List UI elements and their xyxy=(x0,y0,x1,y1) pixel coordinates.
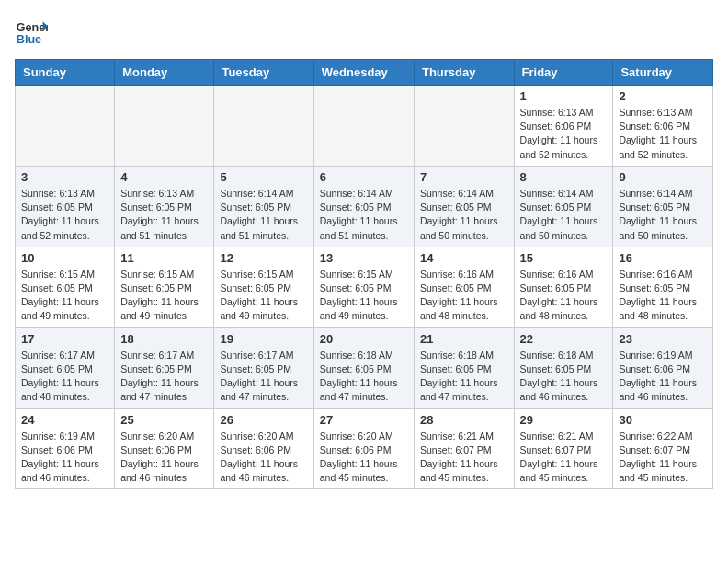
day-info: Sunrise: 6:16 AMSunset: 6:05 PMDaylight:… xyxy=(520,268,608,324)
calendar-cell: 18 Sunrise: 6:17 AMSunset: 6:05 PMDaylig… xyxy=(115,327,214,408)
page-header: General Blue xyxy=(15,15,713,48)
day-number: 14 xyxy=(420,251,508,265)
calendar-table: SundayMondayTuesdayWednesdayThursdayFrid… xyxy=(15,59,713,489)
day-info: Sunrise: 6:18 AMSunset: 6:05 PMDaylight:… xyxy=(420,349,508,405)
day-info: Sunrise: 6:20 AMSunset: 6:06 PMDaylight:… xyxy=(320,430,408,486)
col-header-saturday: Saturday xyxy=(613,60,713,86)
calendar-cell: 8 Sunrise: 6:14 AMSunset: 6:05 PMDayligh… xyxy=(514,166,613,247)
calendar-cell: 19 Sunrise: 6:17 AMSunset: 6:05 PMDaylig… xyxy=(214,327,313,408)
day-info: Sunrise: 6:16 AMSunset: 6:05 PMDaylight:… xyxy=(619,268,707,324)
day-number: 16 xyxy=(619,251,707,265)
day-info: Sunrise: 6:18 AMSunset: 6:05 PMDaylight:… xyxy=(320,349,408,405)
calendar-cell xyxy=(115,86,214,167)
svg-text:Blue: Blue xyxy=(17,33,41,46)
calendar-cell xyxy=(313,86,414,167)
logo: General Blue xyxy=(15,15,48,48)
day-info: Sunrise: 6:15 AMSunset: 6:05 PMDaylight:… xyxy=(21,268,108,324)
day-number: 9 xyxy=(619,170,707,184)
day-number: 27 xyxy=(320,413,408,427)
day-number: 17 xyxy=(21,332,108,346)
calendar-cell: 1 Sunrise: 6:13 AMSunset: 6:06 PMDayligh… xyxy=(514,86,613,167)
day-info: Sunrise: 6:15 AMSunset: 6:05 PMDaylight:… xyxy=(320,268,408,324)
calendar-cell: 11 Sunrise: 6:15 AMSunset: 6:05 PMDaylig… xyxy=(115,247,214,327)
day-number: 26 xyxy=(220,413,307,427)
calendar-cell: 4 Sunrise: 6:13 AMSunset: 6:05 PMDayligh… xyxy=(115,166,214,247)
day-info: Sunrise: 6:13 AMSunset: 6:05 PMDaylight:… xyxy=(21,187,108,243)
day-number: 13 xyxy=(320,251,408,265)
col-header-friday: Friday xyxy=(514,60,613,86)
day-number: 11 xyxy=(120,251,208,265)
logo-icon: General Blue xyxy=(15,15,48,48)
calendar-cell: 10 Sunrise: 6:15 AMSunset: 6:05 PMDaylig… xyxy=(16,247,115,327)
day-number: 30 xyxy=(619,413,707,427)
day-number: 10 xyxy=(21,251,108,265)
calendar-cell: 28 Sunrise: 6:21 AMSunset: 6:07 PMDaylig… xyxy=(414,408,514,489)
day-number: 21 xyxy=(420,332,508,346)
day-number: 12 xyxy=(220,251,307,265)
calendar-cell: 5 Sunrise: 6:14 AMSunset: 6:05 PMDayligh… xyxy=(214,166,313,247)
calendar-cell: 21 Sunrise: 6:18 AMSunset: 6:05 PMDaylig… xyxy=(414,327,514,408)
calendar-cell: 15 Sunrise: 6:16 AMSunset: 6:05 PMDaylig… xyxy=(514,247,613,327)
day-info: Sunrise: 6:22 AMSunset: 6:07 PMDaylight:… xyxy=(619,430,707,486)
calendar-cell: 25 Sunrise: 6:20 AMSunset: 6:06 PMDaylig… xyxy=(115,408,214,489)
day-info: Sunrise: 6:21 AMSunset: 6:07 PMDaylight:… xyxy=(420,430,508,486)
col-header-tuesday: Tuesday xyxy=(214,60,313,86)
day-info: Sunrise: 6:15 AMSunset: 6:05 PMDaylight:… xyxy=(220,268,307,324)
calendar-cell: 17 Sunrise: 6:17 AMSunset: 6:05 PMDaylig… xyxy=(16,327,115,408)
day-number: 7 xyxy=(420,170,508,184)
col-header-wednesday: Wednesday xyxy=(313,60,414,86)
day-info: Sunrise: 6:14 AMSunset: 6:05 PMDaylight:… xyxy=(220,187,307,243)
day-number: 29 xyxy=(520,413,608,427)
calendar-cell: 30 Sunrise: 6:22 AMSunset: 6:07 PMDaylig… xyxy=(613,408,713,489)
calendar-cell xyxy=(16,86,115,167)
calendar-cell: 27 Sunrise: 6:20 AMSunset: 6:06 PMDaylig… xyxy=(313,408,414,489)
calendar-cell xyxy=(214,86,313,167)
day-number: 28 xyxy=(420,413,508,427)
day-info: Sunrise: 6:17 AMSunset: 6:05 PMDaylight:… xyxy=(120,349,208,405)
day-number: 22 xyxy=(520,332,608,346)
day-info: Sunrise: 6:19 AMSunset: 6:06 PMDaylight:… xyxy=(21,430,108,486)
day-info: Sunrise: 6:14 AMSunset: 6:05 PMDaylight:… xyxy=(320,187,408,243)
day-info: Sunrise: 6:18 AMSunset: 6:05 PMDaylight:… xyxy=(520,349,608,405)
day-info: Sunrise: 6:16 AMSunset: 6:05 PMDaylight:… xyxy=(420,268,508,324)
day-info: Sunrise: 6:15 AMSunset: 6:05 PMDaylight:… xyxy=(120,268,208,324)
day-number: 23 xyxy=(619,332,707,346)
calendar-cell: 9 Sunrise: 6:14 AMSunset: 6:05 PMDayligh… xyxy=(613,166,713,247)
day-number: 5 xyxy=(220,170,307,184)
calendar-cell: 20 Sunrise: 6:18 AMSunset: 6:05 PMDaylig… xyxy=(313,327,414,408)
calendar-week-3: 10 Sunrise: 6:15 AMSunset: 6:05 PMDaylig… xyxy=(16,247,713,327)
day-info: Sunrise: 6:13 AMSunset: 6:06 PMDaylight:… xyxy=(520,106,608,162)
calendar-cell: 7 Sunrise: 6:14 AMSunset: 6:05 PMDayligh… xyxy=(414,166,514,247)
calendar-cell: 16 Sunrise: 6:16 AMSunset: 6:05 PMDaylig… xyxy=(613,247,713,327)
calendar-header-row: SundayMondayTuesdayWednesdayThursdayFrid… xyxy=(16,60,713,86)
calendar-cell: 6 Sunrise: 6:14 AMSunset: 6:05 PMDayligh… xyxy=(313,166,414,247)
calendar-week-1: 1 Sunrise: 6:13 AMSunset: 6:06 PMDayligh… xyxy=(16,86,713,167)
day-info: Sunrise: 6:19 AMSunset: 6:06 PMDaylight:… xyxy=(619,349,707,405)
day-info: Sunrise: 6:21 AMSunset: 6:07 PMDaylight:… xyxy=(520,430,608,486)
calendar-cell: 22 Sunrise: 6:18 AMSunset: 6:05 PMDaylig… xyxy=(514,327,613,408)
day-info: Sunrise: 6:14 AMSunset: 6:05 PMDaylight:… xyxy=(520,187,608,243)
day-number: 20 xyxy=(320,332,408,346)
day-number: 18 xyxy=(120,332,208,346)
calendar-cell: 23 Sunrise: 6:19 AMSunset: 6:06 PMDaylig… xyxy=(613,327,713,408)
calendar-cell: 24 Sunrise: 6:19 AMSunset: 6:06 PMDaylig… xyxy=(16,408,115,489)
day-info: Sunrise: 6:14 AMSunset: 6:05 PMDaylight:… xyxy=(420,187,508,243)
col-header-sunday: Sunday xyxy=(16,60,115,86)
calendar-week-5: 24 Sunrise: 6:19 AMSunset: 6:06 PMDaylig… xyxy=(16,408,713,489)
day-number: 19 xyxy=(220,332,307,346)
calendar-cell: 13 Sunrise: 6:15 AMSunset: 6:05 PMDaylig… xyxy=(313,247,414,327)
day-info: Sunrise: 6:13 AMSunset: 6:06 PMDaylight:… xyxy=(619,106,707,162)
day-info: Sunrise: 6:14 AMSunset: 6:05 PMDaylight:… xyxy=(619,187,707,243)
day-number: 8 xyxy=(520,170,608,184)
day-number: 4 xyxy=(120,170,208,184)
calendar-cell: 2 Sunrise: 6:13 AMSunset: 6:06 PMDayligh… xyxy=(613,86,713,167)
day-info: Sunrise: 6:20 AMSunset: 6:06 PMDaylight:… xyxy=(120,430,208,486)
col-header-thursday: Thursday xyxy=(414,60,514,86)
calendar-cell xyxy=(414,86,514,167)
calendar-cell: 29 Sunrise: 6:21 AMSunset: 6:07 PMDaylig… xyxy=(514,408,613,489)
day-number: 2 xyxy=(619,89,707,103)
day-info: Sunrise: 6:20 AMSunset: 6:06 PMDaylight:… xyxy=(220,430,307,486)
day-number: 6 xyxy=(320,170,408,184)
calendar-week-4: 17 Sunrise: 6:17 AMSunset: 6:05 PMDaylig… xyxy=(16,327,713,408)
day-info: Sunrise: 6:13 AMSunset: 6:05 PMDaylight:… xyxy=(120,187,208,243)
